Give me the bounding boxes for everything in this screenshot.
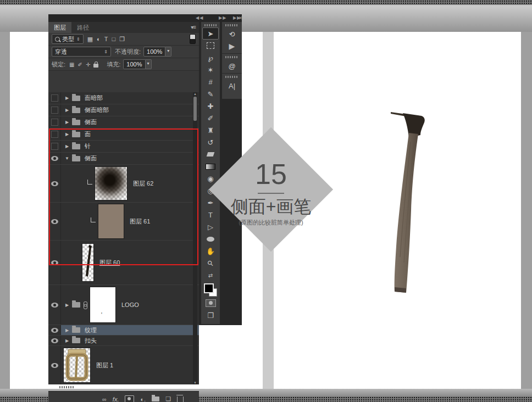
tool-lasso[interactable]: ℘ [201,52,220,64]
tab-paths[interactable]: 路径 [71,22,95,33]
lock-move-icon[interactable]: ✛ [86,62,90,68]
expand-tools-icon[interactable]: ▶▶ [219,15,226,20]
layer-row-group[interactable]: ▶ 侧面暗部 [48,104,199,116]
quick-mask-button[interactable] [201,297,220,309]
chevron-right-icon[interactable]: ▶ [63,108,71,113]
filter-kind-label: 类型 [62,35,74,43]
link-chain-icon [84,302,87,309]
mini-panel-grip[interactable] [225,56,239,58]
mini-panel-grip[interactable] [225,76,239,78]
scroll-up-icon[interactable]: ▲ [193,92,197,96]
step-subtitle: (原图的比较脏简单处理) [239,219,303,227]
filter-toggle-switch[interactable] [190,34,196,44]
fill-label: 填充: [107,60,120,69]
layer-row-group[interactable]: ▶ 扣头 [48,336,199,346]
chevron-right-icon[interactable]: ▶ [63,328,71,333]
layers-bottom-bar: ∞ fx. ◐. ❏ [48,391,199,402]
stitched-border-top [0,0,532,5]
visibility-toggle[interactable] [48,346,61,384]
filter-smartobject-icon[interactable]: ❐ [119,36,125,43]
chevron-right-icon[interactable]: ▶ [63,338,71,343]
panel-menu-icon[interactable]: ▾≡ [191,24,196,30]
lock-row: 锁定: ▦ ✐ ✛ 填充: 100% ▾ [48,58,199,71]
visibility-toggle[interactable] [48,104,61,116]
visibility-toggle[interactable] [48,116,61,128]
tab-layers[interactable]: 图层 [48,22,71,33]
eye-icon [51,328,58,333]
tools-grip[interactable] [204,24,217,26]
layer-row-group[interactable]: ▶ 侧面 [48,116,199,129]
layer-row-group[interactable]: ▶ LOGO [48,285,199,325]
opacity-dropdown-icon[interactable]: ▾ [165,47,171,57]
eye-icon [51,363,58,368]
new-group-icon[interactable] [152,397,159,401]
visibility-toggle[interactable] [48,92,61,104]
swap-colors-icon[interactable]: ⇄ [201,269,220,281]
adjustment-layer-icon[interactable]: ◐. [140,396,146,402]
folder-icon [72,302,80,308]
collapse-panel-icon[interactable]: ◀◀ [196,15,203,20]
chevron-right-icon[interactable]: ▶ [63,96,71,101]
mini-panel-grip[interactable] [225,24,239,26]
folder-icon [72,108,80,113]
delete-layer-icon[interactable] [177,397,184,402]
actions-play-icon[interactable]: ▶ [229,40,235,52]
lock-label: 锁定: [52,60,65,69]
tool-magic-wand[interactable]: ✶ [201,64,220,76]
foreground-color-swatch[interactable] [204,283,214,293]
visibility-toggle[interactable] [48,325,61,335]
step-title: 侧面+画笔 [231,197,312,216]
tool-marquee[interactable] [201,40,220,52]
screen-mode-button[interactable]: ❐ [201,309,220,321]
layer-row-group-selected[interactable]: ▶ 纹理 [48,325,199,336]
mini-panel-column: ⟲ ▶ @ A| [222,22,242,99]
eye-icon [51,303,58,308]
foreground-background-swatches[interactable] [203,283,218,297]
visibility-toggle[interactable] [48,336,61,345]
filter-shape-icon[interactable]: □ [112,36,116,42]
close-icon[interactable]: ✕ [239,15,243,21]
spinner-icon: ⇕ [76,37,80,42]
lock-transparency-icon[interactable]: ▦ [69,62,74,68]
layer-style-fx-icon[interactable]: fx. [113,396,119,402]
quick-mask-icon [206,299,216,307]
tool-crop[interactable]: # [201,76,220,88]
lock-icons: ▦ ✐ ✛ [69,62,98,68]
filter-kind-select[interactable]: 类型 ⇕ [52,34,84,44]
lock-all-icon[interactable] [93,64,98,68]
tool-healing-brush[interactable]: ✚ [201,100,220,112]
opacity-value[interactable]: 100% [143,47,165,57]
chevron-right-icon[interactable]: ▶ [63,120,71,125]
layer-name: 侧面暗部 [85,106,109,114]
filter-type-icon[interactable]: T [104,36,108,42]
opacity-label: 不透明度: [115,48,141,56]
tool-eyedropper[interactable]: ✎ [201,88,220,100]
tool-brush[interactable]: ✐ [201,112,220,124]
fill-dropdown-icon[interactable]: ▾ [146,59,152,69]
layer-name: 纹理 [85,326,97,334]
tool-move[interactable]: ➤ [202,27,219,40]
layer-row-group[interactable]: ▶ 面暗部 [48,92,199,104]
new-layer-icon[interactable]: ❏ [165,395,171,402]
scrollbar-thumb[interactable] [193,97,197,121]
fill-value[interactable]: 100% [123,59,145,69]
visibility-toggle[interactable] [48,285,61,325]
layer-row[interactable]: 图层 1 [48,346,199,384]
materials-panel-icon[interactable]: @ [228,60,235,72]
filter-pixel-icon[interactable]: ▦ [87,36,93,43]
panel-tabs: 图层 路径 ▾≡ [48,22,199,33]
red-highlight-box [49,129,198,265]
chevron-right-icon[interactable]: ▶ [63,303,71,308]
character-panel-icon[interactable]: A| [229,80,235,92]
history-panel-icon[interactable]: ⟲ [229,28,235,40]
lock-paint-icon[interactable]: ✐ [78,62,82,68]
filter-adjustment-icon[interactable]: ◐ [97,36,101,42]
panel-resize-grip[interactable] [59,386,74,388]
scroll-down-icon[interactable]: ▼ [193,381,197,384]
link-layers-icon[interactable]: ∞ [102,396,107,402]
add-mask-icon[interactable] [125,395,134,402]
layer-thumbnail[interactable] [63,348,91,383]
blend-mode-select[interactable]: 穿透 ⇕ [52,47,111,57]
group-thumbnail[interactable] [90,287,116,323]
tool-zoom[interactable]: ⚲ [201,257,220,269]
